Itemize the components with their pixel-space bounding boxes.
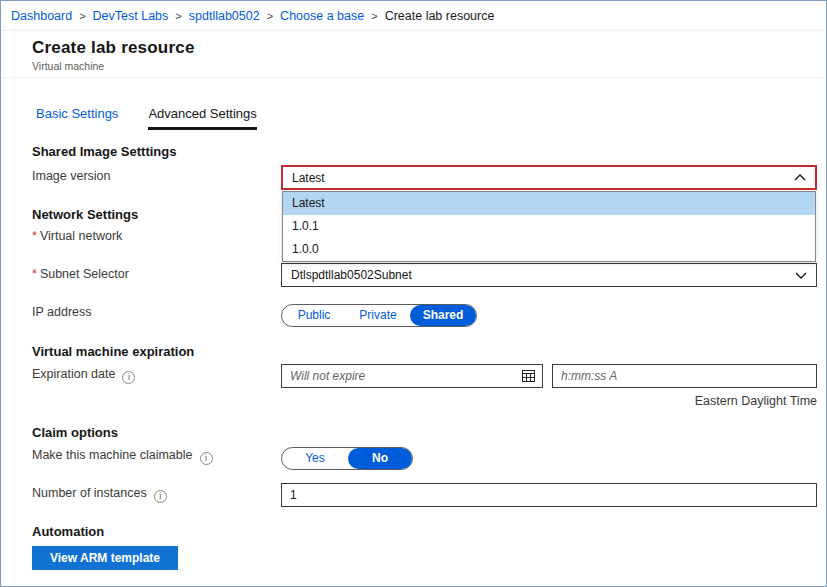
chevron-down-icon: [795, 272, 807, 279]
claimable-label: Make this machine claimablei: [32, 448, 213, 465]
create-lab-resource-blade: Dashboard > DevTest Labs > spdtllab0502 …: [0, 0, 827, 587]
expiration-date-label-text: Expiration date: [32, 367, 115, 381]
calendar-icon[interactable]: [522, 370, 535, 382]
claimable-toggle: Yes No: [281, 447, 413, 470]
breadcrumb: Dashboard > DevTest Labs > spdtllab0502 …: [1, 1, 826, 31]
dropdown-option-1-0-1[interactable]: 1.0.1: [283, 215, 815, 238]
claimable-option-yes[interactable]: Yes: [282, 448, 348, 469]
section-vm-expiration: Virtual machine expiration: [32, 344, 194, 359]
required-asterisk: *: [32, 229, 37, 243]
claimable-label-text: Make this machine claimable: [32, 448, 193, 462]
page-title: Create lab resource: [32, 38, 826, 58]
breadcrumb-choose-a-base[interactable]: Choose a base: [280, 9, 364, 23]
subnet-select[interactable]: Dtlspdtllab0502Subnet: [281, 263, 817, 287]
section-automation: Automation: [32, 524, 104, 539]
view-arm-template-button[interactable]: View ARM template: [32, 546, 178, 570]
expiration-date-field: [281, 364, 543, 388]
dropdown-option-1-0-0[interactable]: 1.0.0: [283, 238, 815, 261]
required-asterisk: *: [32, 267, 37, 281]
ip-address-label: IP address: [32, 305, 92, 319]
tab-basic-settings[interactable]: Basic Settings: [36, 106, 118, 130]
virtual-network-label-text: Virtual network: [40, 229, 122, 243]
instances-input[interactable]: [290, 488, 809, 502]
instances-label: Number of instancesi: [32, 486, 167, 503]
breadcrumb-separator: >: [267, 10, 273, 22]
timezone-note: Eastern Daylight Time: [281, 394, 817, 408]
section-shared-image-settings: Shared Image Setttings: [32, 144, 176, 159]
expiration-date-input[interactable]: [290, 369, 522, 383]
subnet-selector-label: *Subnet Selector: [32, 267, 129, 281]
claimable-option-no[interactable]: No: [348, 448, 412, 469]
instances-info-icon[interactable]: i: [154, 490, 167, 503]
expiration-info-icon[interactable]: i: [122, 371, 135, 384]
expiration-date-label: Expiration datei: [32, 367, 135, 384]
blade-header: Create lab resource Virtual machine: [1, 31, 826, 78]
expiration-time-field: [552, 364, 817, 388]
breadcrumb-devtest-labs[interactable]: DevTest Labs: [93, 9, 169, 23]
instances-field: [281, 483, 817, 507]
subnet-selector-label-text: Subnet Selector: [40, 267, 129, 281]
image-version-value: Latest: [292, 171, 794, 185]
tabs: Basic Settings Advanced Settings: [36, 106, 257, 130]
ip-option-public[interactable]: Public: [282, 305, 346, 326]
breadcrumb-dashboard[interactable]: Dashboard: [11, 9, 72, 23]
expiration-time-input[interactable]: [561, 369, 809, 383]
section-network-settings: Network Settings: [32, 207, 138, 222]
breadcrumb-separator: >: [175, 10, 181, 22]
breadcrumb-separator: >: [79, 10, 85, 22]
breadcrumb-current: Create lab resource: [385, 9, 495, 23]
ip-option-private[interactable]: Private: [346, 305, 410, 326]
section-claim-options: Claim options: [32, 425, 118, 440]
tab-advanced-settings[interactable]: Advanced Settings: [148, 106, 256, 130]
claimable-info-icon[interactable]: i: [200, 452, 213, 465]
virtual-network-label: *Virtual network: [32, 229, 122, 243]
breadcrumb-lab[interactable]: spdtllab0502: [189, 9, 260, 23]
dropdown-option-latest[interactable]: Latest: [283, 192, 815, 215]
breadcrumb-separator: >: [371, 10, 377, 22]
image-version-label: Image version: [32, 169, 111, 183]
image-version-dropdown: Latest 1.0.1 1.0.0: [282, 191, 816, 262]
chevron-up-icon: [794, 174, 806, 181]
page-subtitle: Virtual machine: [32, 60, 826, 72]
instances-label-text: Number of instances: [32, 486, 147, 500]
image-version-select[interactable]: Latest: [281, 165, 817, 190]
subnet-select-value: Dtlspdtllab0502Subnet: [291, 268, 795, 282]
ip-address-toggle: Public Private Shared: [281, 304, 477, 327]
ip-option-shared[interactable]: Shared: [410, 305, 476, 326]
